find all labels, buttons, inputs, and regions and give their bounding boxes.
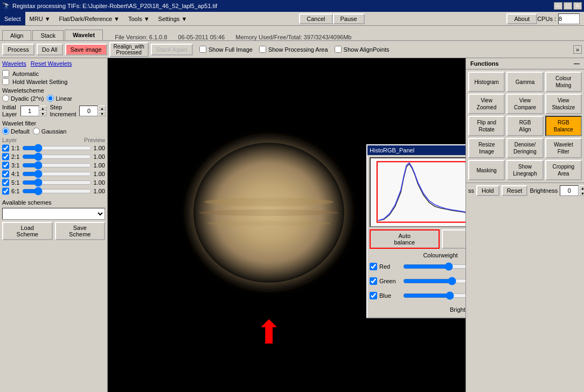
menu-select[interactable]: Select (0, 12, 25, 25)
func-btn-resize-image[interactable]: Resize Image (468, 138, 505, 158)
step-increment-input[interactable] (79, 106, 98, 116)
func-btn-rgb-align[interactable]: RGB Align (506, 116, 543, 136)
layer-1-slider[interactable] (22, 144, 92, 152)
channel-blue-slider[interactable] (403, 292, 465, 299)
initial-layer-input[interactable] (20, 106, 39, 116)
about-button[interactable]: About (506, 13, 537, 24)
step-increment-down[interactable]: ▼ (98, 111, 106, 116)
step-increment-spin[interactable]: ▲ ▼ (79, 106, 106, 116)
save-scheme-button[interactable]: Save Scheme (55, 222, 106, 240)
layer-3-checkbox[interactable] (2, 162, 9, 169)
do-all-button[interactable]: Do All (37, 44, 63, 55)
layer-6-slider[interactable] (22, 187, 92, 195)
histo-action-buttons: Auto balance Reset (370, 229, 465, 249)
func-btn-view-stacksize[interactable]: View Stacksize (545, 94, 582, 114)
show-processing-area-checkbox[interactable] (259, 46, 266, 53)
channel-green-checkbox[interactable] (370, 277, 377, 285)
cpus-input[interactable] (558, 13, 580, 24)
step-increment-up[interactable]: ▲ (98, 106, 106, 111)
wavelets-link[interactable]: Wavelets (2, 60, 26, 67)
process-button[interactable]: Process (2, 44, 34, 55)
load-scheme-button[interactable]: Load Scheme (2, 222, 53, 240)
layer-1-checkbox[interactable] (2, 144, 9, 152)
func-btn-cropping-area[interactable]: Cropping Area (545, 160, 582, 180)
maximize-button[interactable]: □ (564, 2, 572, 10)
tab-align[interactable]: Align (2, 30, 31, 40)
layer-6-checkbox[interactable] (2, 187, 9, 195)
func-btn-gamma[interactable]: Gamma (506, 72, 543, 92)
automatic-checkbox[interactable] (2, 70, 9, 77)
menu-flat[interactable]: Flat/Dark/Reference ▼ (55, 12, 124, 25)
hold-button[interactable]: Hold (476, 185, 499, 196)
initial-layer-spinbtns[interactable]: ▲ ▼ (39, 106, 47, 116)
brightness-label: Brightness (450, 306, 465, 313)
func-btn-wavelet-filter[interactable]: Wavelet Filter (545, 138, 582, 158)
scheme-select[interactable] (2, 208, 105, 220)
histo-title-bar[interactable]: HistoRGB_Panel — ✕ (367, 145, 465, 155)
func-btn-masking[interactable]: Masking (468, 160, 505, 180)
close-button[interactable]: ✕ (573, 2, 582, 10)
histo-reset-button[interactable]: Reset (442, 229, 466, 249)
auto-balance-button[interactable]: Auto balance (370, 229, 440, 249)
show-full-image-checkbox[interactable] (199, 46, 206, 53)
tab-wavelet[interactable]: Wavelet (65, 30, 103, 40)
func-btn-show-linegraph[interactable]: Show Linegraph (506, 160, 543, 180)
minimize-button[interactable]: — (554, 2, 562, 10)
brightness-right-input[interactable] (560, 185, 579, 196)
channel-red-slider[interactable] (403, 263, 465, 270)
channel-green-slider[interactable] (403, 277, 465, 285)
default-radio[interactable] (2, 128, 9, 135)
menu-settings[interactable]: Settings ▼ (154, 12, 192, 25)
menu-tools[interactable]: Tools ▼ (124, 12, 154, 25)
tab-stack[interactable]: Stack (32, 30, 64, 40)
title-bar-controls[interactable]: — □ ✕ (554, 2, 582, 10)
func-btn-colour-mixing[interactable]: Colour Mixing (545, 72, 582, 92)
show-align-points-checkbox[interactable] (335, 46, 342, 53)
layer-2-slider[interactable] (22, 153, 92, 160)
linear-radio[interactable] (47, 95, 54, 102)
layer-5-checkbox[interactable] (2, 179, 9, 186)
menu-mru[interactable]: MRU ▼ (25, 12, 55, 25)
layer-4-checkbox[interactable] (2, 170, 9, 178)
layer-4-slider[interactable] (22, 170, 92, 178)
func-btn-denoise-deringing[interactable]: Denoise/ Deringing (506, 138, 543, 158)
initial-layer-spin[interactable]: ▲ ▼ (20, 106, 47, 116)
linear-radio-label[interactable]: Linear (47, 95, 72, 102)
realign-button[interactable]: Realign_with Processed (109, 42, 149, 57)
func-btn-view-zoomed[interactable]: View Zoomed (468, 94, 505, 114)
layer-3-slider[interactable] (22, 162, 92, 169)
layer-2-checkbox[interactable] (2, 153, 9, 160)
functions-minimize-icon[interactable]: — (574, 60, 580, 67)
show-align-points-label: Show AlignPoints (344, 46, 390, 53)
save-image-button[interactable]: Save image (65, 44, 107, 55)
default-radio-label[interactable]: Default (2, 128, 30, 135)
pause-button[interactable]: Pause (333, 13, 365, 24)
channel-blue-checkbox[interactable] (370, 292, 377, 299)
func-btn-rgb-balance[interactable]: RGB Balance (545, 116, 582, 136)
brightness-right-down[interactable]: ▼ (579, 191, 584, 196)
gaussian-radio-label[interactable]: Gaussian (33, 128, 66, 135)
dyadic-radio[interactable] (2, 95, 9, 102)
initial-layer-down[interactable]: ▼ (39, 111, 47, 116)
expand-button[interactable]: » (573, 45, 582, 54)
reset-wavelets-link[interactable]: Reset Wavelets (31, 60, 72, 67)
dyadic-radio-label[interactable]: Dyadic (2^n) (2, 95, 44, 102)
gaussian-radio[interactable] (33, 128, 40, 135)
cancel-button[interactable]: Cancel (299, 13, 332, 24)
reset-right-button[interactable]: Reset (502, 185, 528, 196)
func-btn-flip-and-rotate[interactable]: Flip and Rotate (468, 116, 505, 136)
brightness-right-spin[interactable]: ▲ ▼ (560, 185, 584, 196)
func-btn-histogram[interactable]: Histogram (468, 72, 505, 92)
hold-wavelet-checkbox[interactable] (2, 78, 9, 85)
functions-grid: HistogramGammaColour MixingView ZoomedVi… (466, 69, 584, 183)
brightness-right-spinbtns[interactable]: ▲ ▼ (579, 185, 584, 196)
step-increment-spinbtns[interactable]: ▲ ▼ (98, 106, 106, 116)
channel-red-checkbox[interactable] (370, 263, 377, 270)
layer-5-slider[interactable] (22, 179, 92, 186)
func-btn-view-compare[interactable]: View Compare (506, 94, 543, 114)
svg-point-6 (183, 132, 355, 293)
layer-row-2: 2:1 1.00 (2, 153, 105, 160)
stack-again-button[interactable]: Stack Again (151, 44, 193, 55)
brightness-right-up[interactable]: ▲ (579, 185, 584, 191)
initial-layer-up[interactable]: ▲ (39, 106, 47, 111)
